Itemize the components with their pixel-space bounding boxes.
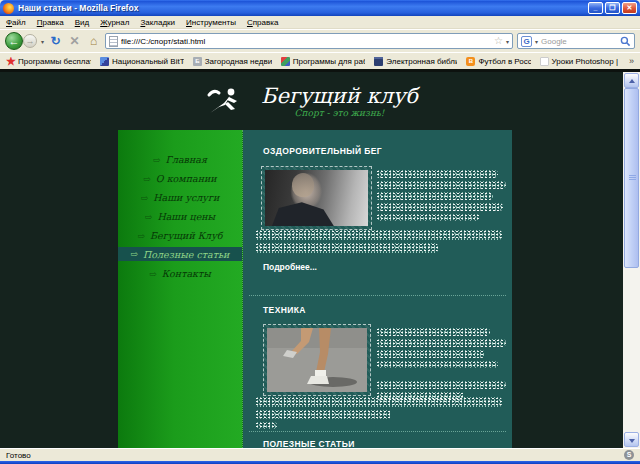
menu-tools[interactable]: Инструменты bbox=[186, 18, 236, 27]
vertical-scrollbar[interactable] bbox=[623, 72, 640, 448]
multicolor-icon bbox=[281, 57, 290, 66]
star-icon: ★ bbox=[6, 57, 15, 66]
sidebar-item-about[interactable]: ⇨О компании bbox=[118, 169, 242, 188]
site-title: Бегущий клуб bbox=[261, 85, 418, 107]
bookmark-label: Программы для рабо... bbox=[293, 57, 366, 66]
runner-legs-photo bbox=[263, 324, 371, 396]
woman-athlete-photo bbox=[261, 166, 372, 230]
letter-b-icon: Б bbox=[193, 57, 202, 66]
book-icon bbox=[374, 57, 383, 66]
section-divider bbox=[249, 295, 506, 296]
bookmark-item[interactable]: Программы для рабо... bbox=[281, 57, 366, 66]
sidebar-item-services[interactable]: ⇨Наши услуги bbox=[118, 188, 242, 207]
nav-label: Контакты bbox=[162, 268, 211, 279]
bittorrent-icon bbox=[100, 57, 109, 66]
url-text[interactable]: file:///C:/спорт/stati.html bbox=[121, 37, 491, 46]
browser-window: Наши статьи - Mozilla Firefox _ ❐ ✕ Файл… bbox=[0, 0, 640, 464]
menu-history[interactable]: Журнал bbox=[100, 18, 129, 27]
section-heading: ПОЛЕЗНЫЕ СТАТЬИ bbox=[263, 439, 355, 448]
nav-label: Полезные статьи bbox=[143, 249, 229, 260]
address-bar[interactable]: file:///C:/спорт/stati.html ☆ ▾ bbox=[105, 33, 513, 49]
bookmark-star-icon[interactable]: ☆ bbox=[494, 36, 503, 46]
site-header: Бегущий клуб Спорт - это жизнь! bbox=[0, 72, 623, 130]
arrow-icon: ⇨ bbox=[145, 212, 153, 222]
bookmark-item[interactable]: БЗагородная недвиж... bbox=[193, 57, 272, 66]
page-icon bbox=[109, 36, 118, 47]
bookmark-label: Футбол в России bbox=[478, 57, 530, 66]
bookmark-label: Национальный BitTor... bbox=[112, 57, 184, 66]
address-dropdown-icon[interactable]: ▾ bbox=[506, 38, 509, 45]
scrollbar-thumb[interactable] bbox=[624, 88, 639, 268]
search-box[interactable]: G ▾ Google bbox=[517, 33, 635, 49]
arrow-icon: ⇨ bbox=[143, 174, 151, 184]
minimize-button[interactable]: _ bbox=[588, 2, 603, 14]
sidebar-item-contacts[interactable]: ⇨Контакты bbox=[118, 264, 242, 283]
title-bar: Наши статьи - Mozilla Firefox _ ❐ ✕ bbox=[0, 0, 640, 16]
engine-dropdown-icon[interactable]: ▾ bbox=[535, 38, 538, 45]
back-button[interactable]: ← bbox=[5, 32, 23, 50]
bookmark-label: Уроки Photoshop | С... bbox=[552, 57, 620, 66]
sidebar-nav: ⇨Главная ⇨О компании ⇨Наши услуги ⇨Наши … bbox=[118, 130, 243, 448]
arrow-icon: ⇨ bbox=[131, 249, 139, 259]
navigation-toolbar: ← → ▾ ↻ ✕ ⌂ file:///C:/спорт/stati.html … bbox=[0, 29, 640, 52]
bookmark-item[interactable]: Электронная библио... bbox=[374, 57, 457, 66]
arrow-icon: ⇨ bbox=[141, 193, 149, 203]
blogger-icon: B bbox=[466, 57, 475, 66]
nav-label: Наши услуги bbox=[153, 192, 219, 203]
bookmark-label: Программы бесплатн... bbox=[18, 57, 91, 66]
content-area: ОЗДОРОВИТЕЛЬНЫЙ БЕГ Подробнее... bbox=[243, 130, 512, 448]
extension-s-icon[interactable]: S bbox=[624, 450, 634, 460]
article-text-illegible bbox=[376, 170, 506, 221]
bookmark-label: Загородная недвиж... bbox=[205, 57, 272, 66]
bookmark-label: Электронная библио... bbox=[386, 57, 457, 66]
menu-bar: Файл Правка Вид Журнал Закладки Инструме… bbox=[0, 16, 640, 29]
bookmark-item[interactable]: BФутбол в России bbox=[466, 57, 530, 66]
refresh-button[interactable]: ↻ bbox=[48, 34, 63, 48]
search-icon[interactable] bbox=[620, 36, 631, 47]
restore-button[interactable]: ❐ bbox=[605, 2, 620, 14]
arrow-icon: ⇨ bbox=[138, 231, 146, 241]
sidebar-item-articles[interactable]: ⇨Полезные статьи bbox=[118, 247, 242, 261]
page-viewport: Бегущий клуб Спорт - это жизнь! ⇨Главная… bbox=[0, 72, 640, 448]
article-text-illegible bbox=[255, 230, 502, 253]
firefox-icon bbox=[3, 3, 14, 14]
status-text: Готово bbox=[6, 451, 31, 460]
more-link[interactable]: Подробнее... bbox=[263, 262, 317, 272]
arrow-icon: ⇨ bbox=[149, 269, 157, 279]
menu-edit[interactable]: Правка bbox=[37, 18, 64, 27]
forward-button[interactable]: → bbox=[23, 34, 37, 48]
bookmark-item[interactable]: ★Программы бесплатн... bbox=[6, 57, 91, 66]
nav-label: Главная bbox=[166, 154, 207, 165]
sidebar-item-club[interactable]: ⇨Бегущий Клуб bbox=[118, 226, 242, 245]
sidebar-item-prices[interactable]: ⇨Наши цены bbox=[118, 207, 242, 226]
scroll-up-icon[interactable] bbox=[624, 73, 639, 88]
history-dropdown-icon[interactable]: ▾ bbox=[41, 38, 44, 45]
search-input[interactable]: Google bbox=[541, 37, 617, 46]
blank-icon bbox=[540, 57, 549, 66]
nav-label: О компании bbox=[156, 173, 217, 184]
scroll-down-icon[interactable] bbox=[624, 432, 639, 447]
menu-bookmarks[interactable]: Закладки bbox=[140, 18, 175, 27]
section-divider bbox=[249, 431, 506, 432]
runner-logo-icon bbox=[205, 86, 247, 116]
bookmarks-bar: ★Программы бесплатн... Национальный BitT… bbox=[0, 52, 640, 69]
site-tagline: Спорт - это жизнь! bbox=[295, 108, 385, 118]
stop-button[interactable]: ✕ bbox=[67, 34, 82, 48]
close-button[interactable]: ✕ bbox=[622, 2, 637, 14]
bookmark-item[interactable]: Национальный BitTor... bbox=[100, 57, 184, 66]
home-button[interactable]: ⌂ bbox=[86, 34, 101, 48]
window-title: Наши статьи - Mozilla Firefox bbox=[18, 3, 588, 13]
google-engine-icon[interactable]: G bbox=[521, 36, 532, 47]
sidebar-item-home[interactable]: ⇨Главная bbox=[118, 150, 242, 169]
article-text-illegible bbox=[376, 328, 506, 400]
arrow-icon: ⇨ bbox=[153, 155, 161, 165]
section-heading: ОЗДОРОВИТЕЛЬНЫЙ БЕГ bbox=[263, 146, 382, 156]
menu-file[interactable]: Файл bbox=[6, 18, 26, 27]
bookmark-item[interactable]: Уроки Photoshop | С... bbox=[540, 57, 620, 66]
bookmarks-overflow-chevron[interactable]: » bbox=[629, 56, 634, 66]
menu-view[interactable]: Вид bbox=[75, 18, 89, 27]
nav-label: Наши цены bbox=[157, 211, 215, 222]
menu-help[interactable]: Справка bbox=[247, 18, 278, 27]
section-heading: ТЕХНИКА bbox=[263, 305, 306, 315]
web-page: Бегущий клуб Спорт - это жизнь! ⇨Главная… bbox=[0, 72, 623, 448]
